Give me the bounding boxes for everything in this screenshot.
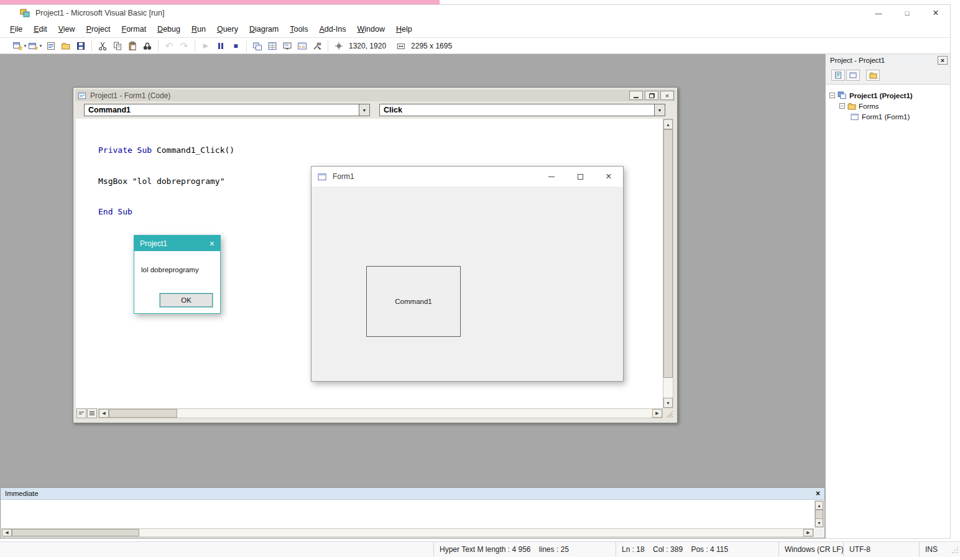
menu-item-file[interactable]: File [4,22,28,36]
main-titlebar: Project1 - Microsoft Visual Basic [run] … [0,5,950,21]
event-dropdown-caret-icon[interactable]: ▼ [654,104,665,116]
start-button: ▶ [198,39,213,53]
scroll-down-button[interactable]: ▼ [815,518,823,527]
add-form-button[interactable]: ▼ [28,39,44,53]
code-hscrollbar[interactable]: ◀ ▶ [98,408,663,418]
statusbar-resize-grip-icon [951,546,959,554]
properties-window-button[interactable] [265,39,280,53]
immediate-hscrollbar[interactable]: ◀ ▶ [1,528,814,537]
hscroll-thumb[interactable] [12,529,139,536]
position-icon [335,42,343,50]
scroll-up-button[interactable]: ▲ [663,119,673,129]
menu-editor-button[interactable] [44,39,58,53]
break-icon [218,43,223,49]
form-layout-button[interactable] [280,39,295,53]
code-window-titlebar[interactable]: Project1 - Form1 (Code) × [75,90,675,101]
menubar: File Edit View Project Format Debug Run … [0,21,950,37]
form1-minimize-button[interactable] [537,167,566,186]
code-close-button[interactable]: × [660,91,674,100]
save-project-button[interactable] [73,39,88,53]
scroll-right-button[interactable]: ▶ [652,409,662,418]
immediate-vscrollbar[interactable]: ▲ ▼ [815,500,824,528]
object-dropdown-caret-icon[interactable]: ▼ [359,104,369,116]
menu-item-view[interactable]: View [53,22,81,36]
full-module-view-button[interactable] [87,408,97,418]
object-browser-button[interactable] [295,39,310,53]
window-controls: — □ × [864,5,950,21]
scroll-left-button[interactable]: ◀ [2,529,12,536]
code-restore-button[interactable] [645,91,658,100]
immediate-window: Immediate × ▲ ▼ ◀ ▶ [0,487,825,538]
maximize-button[interactable]: □ [893,5,921,21]
project-icon [838,91,847,99]
form1-maximize-button[interactable] [566,167,594,186]
menu-item-edit[interactable]: Edit [28,22,53,36]
menu-item-query[interactable]: Query [211,22,244,36]
project-explorer-button[interactable] [250,39,265,53]
cut-button[interactable] [95,39,110,53]
code-window-title: Project1 - Form1 (Code) [90,91,627,100]
immediate-titlebar[interactable]: Immediate × [1,488,824,500]
message-box-close-button[interactable]: × [210,239,215,249]
menu-item-window[interactable]: Window [351,22,390,36]
copy-button[interactable] [110,39,125,53]
project-panel-title: Project - Project1 [830,57,885,64]
object-dropdown[interactable]: Command1 ▼ [84,104,370,116]
tree-item-forms-folder[interactable]: − Forms [826,101,950,111]
view-code-button[interactable] [831,70,845,81]
open-project-button[interactable] [58,39,73,53]
end-button[interactable]: ■ [228,39,243,53]
form1-titlebar[interactable]: Form1 × [312,167,623,186]
break-button[interactable] [213,39,228,53]
scroll-up-button[interactable]: ▲ [815,501,823,510]
vscroll-thumb[interactable] [663,129,673,378]
immediate-close-button[interactable]: × [816,489,820,498]
view-object-button[interactable] [846,70,860,81]
menu-item-project[interactable]: Project [81,22,116,36]
scrollbar-corner [815,528,824,537]
collapse-icon[interactable]: − [839,103,845,109]
resize-grip[interactable] [663,408,673,418]
ok-button[interactable]: OK [160,293,213,307]
scroll-right-button[interactable]: ▶ [803,529,813,536]
code-minimize-button[interactable] [629,91,643,100]
menu-item-format[interactable]: Format [116,22,152,36]
find-icon [142,41,152,51]
code-vscrollbar[interactable]: ▲ ▼ [663,119,673,408]
scroll-left-button[interactable]: ◀ [99,409,109,418]
menu-item-help[interactable]: Help [390,22,418,36]
project-panel-close-button[interactable]: × [938,56,948,65]
menu-item-addins[interactable]: Add-Ins [313,22,351,36]
find-button[interactable] [140,39,155,53]
collapse-icon[interactable]: − [829,93,835,98]
folder-icon [847,103,856,110]
form1-title: Form1 [333,172,354,181]
scroll-down-button[interactable]: ▼ [663,398,673,408]
menu-item-debug[interactable]: Debug [152,22,186,36]
procedure-view-button[interactable] [76,408,86,418]
add-project-button[interactable]: ▼ [12,39,28,53]
toggle-folders-button[interactable] [866,70,880,81]
close-button[interactable]: × [921,5,950,21]
vb-logo-icon [20,8,30,18]
command1-button[interactable]: Command1 [366,266,461,337]
event-dropdown[interactable]: Click ▼ [379,104,665,116]
minimize-button[interactable]: — [864,5,893,21]
menu-item-diagram[interactable]: Diagram [244,22,284,36]
hscroll-thumb[interactable] [109,409,177,418]
menu-item-tools[interactable]: Tools [284,22,313,36]
immediate-body[interactable] [1,500,814,528]
tree-item-form1[interactable]: Form1 (Form1) [826,111,950,122]
project-panel-titlebar[interactable]: Project - Project1 × [826,54,950,67]
immediate-title: Immediate [5,490,39,497]
form1-close-button[interactable]: × [594,167,623,186]
full-module-view-icon [89,411,95,416]
paste-button[interactable] [125,39,140,53]
open-project-icon [61,41,71,51]
tree-item-project[interactable]: − Project1 (Project1) [826,90,950,101]
message-box-titlebar[interactable]: Project1 × [134,236,220,251]
save-icon [76,41,86,51]
menu-item-run[interactable]: Run [186,22,211,36]
toolbox-button[interactable] [310,39,325,53]
view-code-icon [834,71,842,79]
